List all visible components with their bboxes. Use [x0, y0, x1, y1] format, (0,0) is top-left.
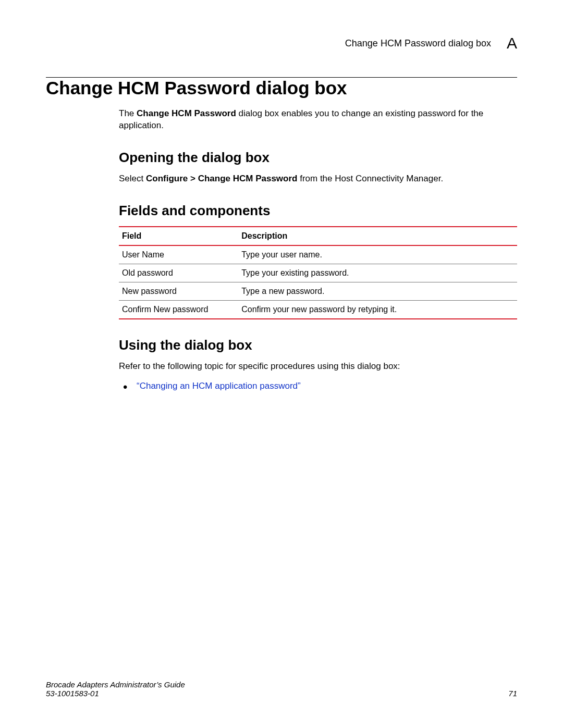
cell-field: Old password [119, 264, 238, 282]
using-lead: Refer to the following topic for specifi… [119, 361, 517, 373]
fields-table: Field Description User Name Type your us… [119, 226, 517, 319]
appendix-letter: A [507, 34, 517, 52]
intro-paragraph: The Change HCM Password dialog box enabl… [119, 108, 517, 132]
cell-desc: Type a new password. [238, 282, 517, 300]
table-row: Confirm New password Confirm your new pa… [119, 300, 517, 319]
opening-suffix: from the Host Connectivity Manager. [297, 174, 443, 183]
col-description: Description [238, 227, 517, 245]
running-title: Change HCM Password dialog box [345, 38, 491, 49]
cell-field: New password [119, 282, 238, 300]
table-row: Old password Type your existing password… [119, 264, 517, 282]
cell-desc: Type your user name. [238, 245, 517, 264]
cell-field: Confirm New password [119, 300, 238, 319]
opening-prefix: Select [119, 174, 146, 183]
section-opening-heading: Opening the dialog box [119, 150, 517, 166]
intro-bold: Change HCM Password [137, 108, 236, 118]
cell-field: User Name [119, 245, 238, 264]
footer-left: Brocade Adapters Administrator’s Guide 5… [46, 680, 185, 698]
table-row: User Name Type your user name. [119, 245, 517, 264]
section-using-heading: Using the dialog box [119, 337, 517, 353]
opening-bold: Configure > Change HCM Password [146, 174, 297, 183]
page: Change HCM Password dialog box A Change … [0, 0, 563, 728]
intro-prefix: The [119, 108, 137, 118]
running-head: Change HCM Password dialog box A [46, 34, 517, 52]
using-links-list: “Changing an HCM application password” [119, 380, 517, 392]
cell-desc: Type your existing password. [238, 264, 517, 282]
footer-book: Brocade Adapters Administrator’s Guide [46, 680, 185, 689]
content-indent: The Change HCM Password dialog box enabl… [119, 108, 517, 392]
page-title: Change HCM Password dialog box [46, 78, 517, 98]
page-footer: Brocade Adapters Administrator’s Guide 5… [46, 680, 517, 698]
xref-link[interactable]: “Changing an HCM application password” [137, 381, 301, 391]
footer-page: 71 [508, 689, 517, 698]
section-fields-heading: Fields and components [119, 203, 517, 219]
col-field: Field [119, 227, 238, 245]
cell-desc: Confirm your new password by retyping it… [238, 300, 517, 319]
table-row: New password Type a new password. [119, 282, 517, 300]
list-item: “Changing an HCM application password” [119, 380, 517, 392]
table-header-row: Field Description [119, 227, 517, 245]
footer-docnum: 53-1001583-01 [46, 689, 185, 698]
opening-line: Select Configure > Change HCM Password f… [119, 173, 517, 185]
